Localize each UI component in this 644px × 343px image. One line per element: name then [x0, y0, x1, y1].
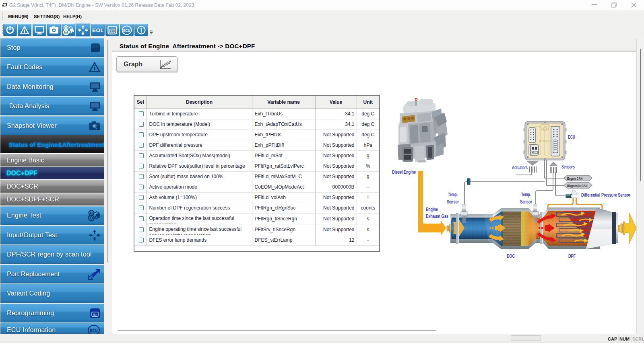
svg-text:Engine: Engine	[426, 207, 438, 212]
svg-text:Sensor: Sensor	[520, 199, 532, 205]
svg-text:Re: Re	[111, 30, 114, 33]
svg-text:Re: Re	[93, 312, 97, 316]
svg-text:Diagnostic CAN: Diagnostic CAN	[567, 184, 588, 188]
svg-text:ECU: ECU	[90, 329, 97, 333]
svg-text:ECU: ECU	[568, 134, 575, 140]
svg-text:DPF: DPF	[568, 253, 576, 259]
svg-text:EOL: EOL	[92, 27, 103, 33]
svg-text:Differential Pressure Sensor: Differential Pressure Sensor	[581, 192, 630, 198]
svg-text:ECU: ECU	[123, 28, 130, 32]
svg-text:DOC: DOC	[507, 253, 515, 259]
svg-text:Actuators: Actuators	[512, 165, 528, 170]
svg-text:Engine CAN: Engine CAN	[567, 177, 582, 181]
svg-text:Diesel Engine: Diesel Engine	[392, 169, 416, 175]
svg-text:Temp.: Temp.	[448, 192, 458, 197]
svg-text:Exhaust Gas: Exhaust Gas	[426, 214, 448, 219]
svg-text:Sensors: Sensors	[561, 164, 575, 170]
svg-text:Sensor: Sensor	[447, 199, 459, 205]
svg-text:Temp.: Temp.	[521, 192, 531, 197]
